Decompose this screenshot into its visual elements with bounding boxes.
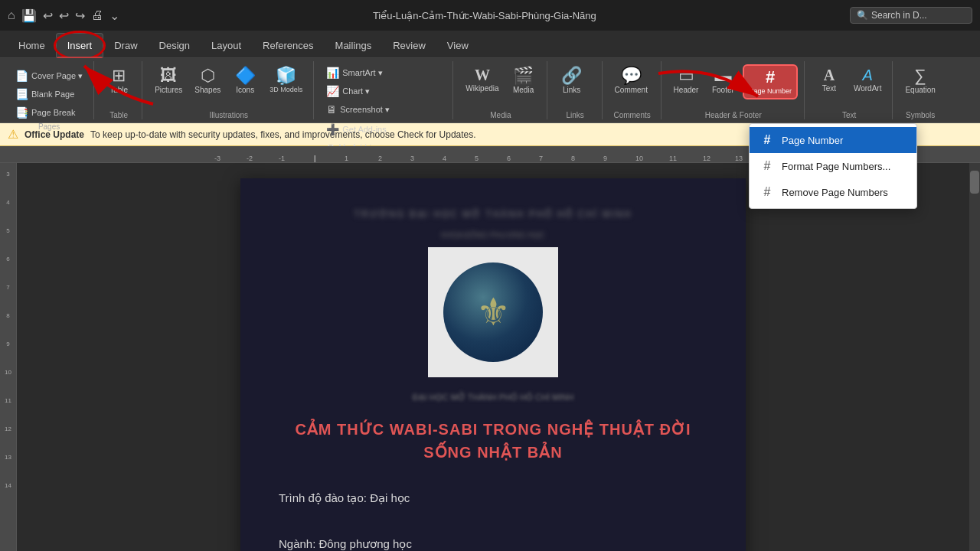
comments-group-label: Comments (610, 109, 655, 119)
links-button[interactable]: 🔗 Links (555, 64, 589, 97)
links-icon: 🔗 (561, 67, 582, 84)
print-icon[interactable]: 🖨 (91, 8, 103, 22)
tab-design[interactable]: Design (149, 34, 201, 57)
chart-icon: 📈 (326, 85, 339, 97)
title-bar-left: ⌂ 💾 ↩ ↩ ↪ 🖨 ⌄ (8, 8, 119, 23)
customize-icon[interactable]: ⌄ (109, 8, 119, 23)
ribbon-tabs: Home Insert Draw Design Layout Reference… (0, 31, 980, 58)
tab-insert[interactable]: Insert (56, 33, 104, 57)
cover-page-label: Cover Page ▾ (31, 71, 83, 81)
smartart-label: SmartArt ▾ (342, 68, 382, 78)
info-line1: Trình độ đào tạo: Đại học (279, 487, 707, 510)
undo-icon[interactable]: ↩ (43, 8, 53, 23)
page-number-button[interactable]: # Page Number (743, 64, 798, 99)
tab-references[interactable]: References (252, 34, 324, 57)
main-title-line2: SỐNG NHẬT BẢN (279, 441, 707, 464)
dropdown-remove-numbers[interactable]: # Remove Page Numbers (750, 179, 916, 205)
textbox-icon: A (824, 67, 835, 83)
dropdown-format-numbers[interactable]: # Format Page Numbers... (750, 153, 916, 179)
shapes-label: Shapes (194, 86, 220, 94)
header-button[interactable]: ▭ Header (669, 64, 704, 97)
page-number-label: Page Number (749, 87, 792, 95)
ribbon-group-hf-items: ▭ Header ▬ Footer # Page Number (669, 61, 798, 109)
equation-button[interactable]: ∑ Equation (900, 64, 939, 97)
get-addins-button[interactable]: ➕ Get Add-ins (322, 121, 391, 138)
ribbon-group-links: 🔗 Links Links (549, 61, 603, 119)
tab-review[interactable]: Review (382, 34, 436, 57)
tab-mailings[interactable]: Mailings (325, 34, 383, 57)
equation-label: Equation (905, 86, 935, 94)
page-university-name: ĐẠI HỌC MỞ THÀNH PHỐ HỒ CHÍ MINH (279, 393, 707, 403)
wordart-icon: A (863, 67, 873, 83)
text-group-label: Text (812, 109, 887, 119)
get-addins-label: Get Add-ins (342, 125, 386, 134)
pictures-button[interactable]: 🖼 Pictures (150, 64, 187, 97)
ribbon-group-table: ⊞ Table Table (96, 61, 142, 119)
scrollbar[interactable] (969, 163, 980, 551)
pages-group-label: Pages (11, 121, 87, 131)
footer-button[interactable]: ▬ Footer (706, 64, 740, 97)
dropdown-remove-numbers-label: Remove Page Numbers (782, 187, 888, 198)
table-button[interactable]: ⊞ Table (102, 64, 136, 97)
pictures-label: Pictures (155, 86, 182, 94)
ribbon-group-comments: 💬 Comment Comments (604, 61, 662, 119)
comment-button[interactable]: 💬 Comment (610, 64, 652, 97)
wordart-label: WordArt (854, 84, 882, 93)
chart-button[interactable]: 📈 Chart ▾ (322, 83, 374, 99)
dropdown-page-number-label: Page Number (782, 135, 843, 146)
dropdown-page-number[interactable]: # Page Number (750, 127, 916, 153)
ribbon-group-symbols: ∑ Equation Symbols (894, 61, 946, 119)
search-icon: 🔍 (857, 10, 868, 21)
screenshot-button[interactable]: 🖥 Screenshot ▾ (322, 101, 394, 118)
smartart-button[interactable]: 📊 SmartArt ▾ (322, 64, 387, 81)
ribbon-group-media: W Wikipedia 🎬 Media Media (455, 61, 547, 119)
undo2-icon[interactable]: ↩ (59, 8, 69, 23)
header-label: Header (674, 86, 699, 94)
dropdown-remove-numbers-icon: # (760, 185, 774, 199)
cover-page-button[interactable]: 📄 Cover Page ▾ (11, 67, 87, 84)
page-logo (428, 247, 558, 377)
media-label: Media (513, 86, 534, 94)
tab-layout[interactable]: Layout (201, 34, 252, 57)
links-label: Links (563, 86, 580, 94)
search-box[interactable]: 🔍 Search in D... (850, 7, 972, 24)
ribbon-group-links-items: 🔗 Links (555, 61, 589, 109)
icons-button[interactable]: 🔷 Icons (228, 64, 262, 97)
3d-models-label: 3D Models (270, 86, 302, 93)
shapes-button[interactable]: ⬡ Shapes (190, 64, 225, 97)
3d-models-button[interactable]: 🧊 3D Models (265, 64, 307, 96)
ribbon-group-header-footer: ▭ Header ▬ Footer # Page Number Header &… (663, 61, 805, 119)
ribbon: 📄 Cover Page ▾ 📃 Blank Page 📑 Page Break… (0, 58, 980, 123)
search-label[interactable]: Search in D... (871, 10, 927, 21)
textbox-button[interactable]: A Text (812, 64, 846, 96)
redo-icon[interactable]: ↪ (75, 8, 85, 23)
footer-label: Footer (712, 86, 734, 94)
table-group-label: Table (102, 109, 136, 119)
page-break-label: Page Break (31, 108, 75, 117)
header-icon: ▭ (678, 67, 694, 84)
page-break-icon: 📑 (15, 106, 28, 119)
media-button[interactable]: 🎬 Media (507, 64, 541, 97)
wikipedia-button[interactable]: W Wikipedia (461, 64, 503, 96)
smartart-icon: 📊 (326, 67, 339, 79)
ribbon-group-illustrations: 🖼 Pictures ⬡ Shapes 🔷 Icons 🧊 3D Models … (144, 61, 314, 119)
save-icon[interactable]: 💾 (21, 8, 37, 23)
page-break-button[interactable]: 📑 Page Break (11, 104, 87, 121)
home-icon[interactable]: ⌂ (8, 8, 15, 22)
wordart-button[interactable]: A WordArt (849, 64, 887, 96)
tab-view[interactable]: View (436, 34, 479, 57)
document-area[interactable]: TRƯỜNG ĐẠI HỌC MỞ THÀNH PHỐ HỒ CHÍ MINH … (17, 163, 969, 551)
ribbon-group-pages-items: 📄 Cover Page ▾ 📃 Blank Page 📑 Page Break (11, 61, 87, 121)
ribbon-group-illus-items: 🖼 Pictures ⬡ Shapes 🔷 Icons 🧊 3D Models (150, 61, 307, 109)
table-label: Table (109, 86, 128, 94)
page-main-title: CẢM THỨC WABI-SABI TRONG NGHỆ THUẬT ĐỜI … (279, 418, 707, 464)
tab-draw[interactable]: Draw (103, 34, 148, 57)
media-group-label: Media (461, 109, 540, 119)
ribbon-group-table-items: ⊞ Table (102, 61, 136, 109)
pictures-icon: 🖼 (160, 67, 177, 84)
table-icon: ⊞ (112, 67, 126, 84)
comment-icon: 💬 (621, 67, 642, 84)
icons-label: Icons (236, 86, 254, 94)
tab-home[interactable]: Home (8, 34, 56, 57)
blank-page-button[interactable]: 📃 Blank Page (11, 86, 87, 103)
